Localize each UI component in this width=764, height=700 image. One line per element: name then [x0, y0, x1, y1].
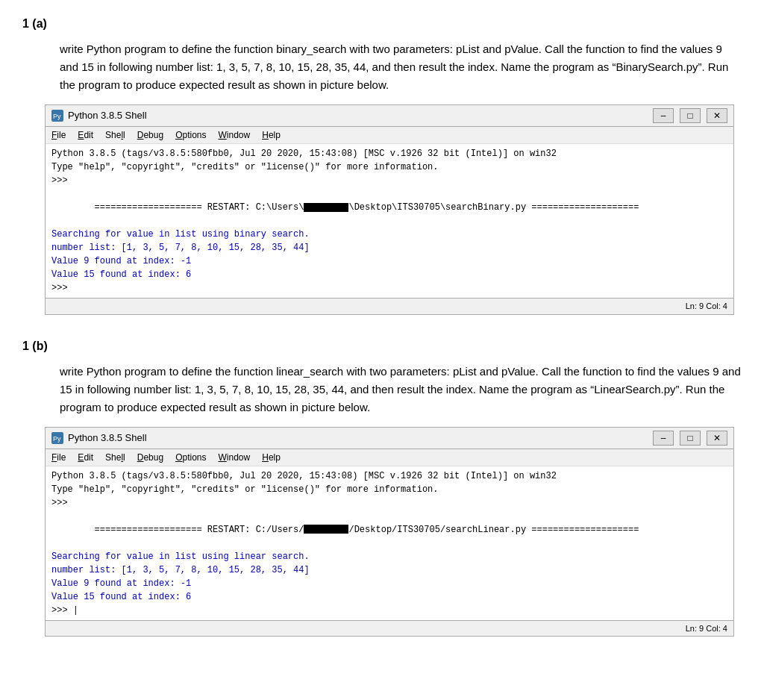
- shell-window-1a: Py Python 3.8.5 Shell – □ ✕ File Edit Sh…: [45, 104, 734, 315]
- menu-help-1a[interactable]: Help: [262, 128, 281, 142]
- menu-file-1b[interactable]: File: [51, 451, 66, 464]
- output-line-1a-0: Searching for value in list using binary…: [51, 228, 727, 241]
- shell-controls-1b[interactable]: – □ ✕: [653, 431, 727, 446]
- prompt2-1a: >>>: [51, 281, 727, 295]
- menu-debug-1b[interactable]: Debug: [137, 451, 163, 464]
- menu-edit-1b[interactable]: Edit: [78, 451, 93, 464]
- section-1a-heading: 1 (a): [22, 15, 742, 33]
- svg-text:Py: Py: [53, 435, 61, 443]
- restart-line-1b: ==================== RESTART: C:/Users//…: [51, 510, 727, 550]
- menu-shell-1a[interactable]: Shell: [105, 128, 125, 142]
- menu-window-1b[interactable]: Window: [219, 451, 251, 464]
- output-line-1b-0: Searching for value in list using linear…: [51, 550, 727, 563]
- output-line-1b-3: Value 15 found at index: 6: [51, 590, 727, 604]
- shell-controls-1a[interactable]: – □ ✕: [653, 108, 727, 123]
- menu-options-1a[interactable]: Options: [175, 128, 206, 142]
- section-1b-question: write Python program to define the funct…: [60, 363, 742, 416]
- shell-menubar-1b: File Edit Shell Debug Options Window Hel…: [46, 449, 733, 466]
- svg-text:Py: Py: [53, 113, 61, 120]
- type-info-line-1b: Type "help", "copyright", "credits" or "…: [51, 483, 727, 496]
- menu-file-1a[interactable]: File: [51, 128, 66, 142]
- prompt1-1b: >>>: [51, 496, 727, 510]
- python-icon-1a: Py: [51, 110, 63, 122]
- python-info-line-1a: Python 3.8.5 (tags/v3.8.5:580fbb0, Jul 2…: [51, 147, 727, 160]
- close-button-1a[interactable]: ✕: [707, 108, 727, 123]
- menu-options-1b[interactable]: Options: [175, 451, 206, 464]
- close-button-1b[interactable]: ✕: [707, 431, 727, 446]
- output-line-1b-2: Value 9 found at index: -1: [51, 577, 727, 590]
- prompt1-1a: >>>: [51, 174, 727, 187]
- shell-window-1b: Py Python 3.8.5 Shell – □ ✕ File Edit Sh…: [45, 427, 734, 637]
- redacted-1b: [304, 525, 348, 534]
- shell-statusbar-1b: Ln: 9 Col: 4: [46, 620, 733, 637]
- menu-window-1a[interactable]: Window: [219, 128, 251, 142]
- output-line-1b-1: number list: [1, 3, 5, 7, 8, 10, 15, 28,…: [51, 563, 727, 577]
- maximize-button-1a[interactable]: □: [680, 108, 701, 123]
- shell-titlebar-1b: Py Python 3.8.5 Shell – □ ✕: [46, 428, 733, 449]
- section-1b-heading: 1 (b): [22, 337, 742, 355]
- minimize-button-1b[interactable]: –: [653, 431, 674, 446]
- shell-title-left-1a: Py Python 3.8.5 Shell: [51, 108, 147, 123]
- menu-shell-1b[interactable]: Shell: [105, 451, 125, 464]
- prompt2-1b: >>> |: [51, 604, 727, 617]
- shell-menubar-1a: File Edit Shell Debug Options Window Hel…: [46, 127, 733, 144]
- shell-title-text-1b: Python 3.8.5 Shell: [68, 431, 147, 446]
- shell-body-1b: Python 3.8.5 (tags/v3.8.5:580fbb0, Jul 2…: [46, 466, 733, 620]
- shell-body-1a: Python 3.8.5 (tags/v3.8.5:580fbb0, Jul 2…: [46, 144, 733, 298]
- minimize-button-1a[interactable]: –: [653, 108, 674, 123]
- type-info-line-1a: Type "help", "copyright", "credits" or "…: [51, 160, 727, 174]
- menu-debug-1a[interactable]: Debug: [137, 128, 163, 142]
- output-line-1a-1: number list: [1, 3, 5, 7, 8, 10, 15, 28,…: [51, 241, 727, 254]
- section-1a: 1 (a) write Python program to define the…: [22, 15, 742, 315]
- redacted-1a: [304, 203, 348, 212]
- restart-line-1a: ==================== RESTART: C:\Users\\…: [51, 187, 727, 228]
- section-1a-question: write Python program to define the funct…: [60, 40, 742, 94]
- python-info-line-1b: Python 3.8.5 (tags/v3.8.5:580fbb0, Jul 2…: [51, 469, 727, 483]
- shell-title-left-1b: Py Python 3.8.5 Shell: [51, 431, 147, 446]
- menu-edit-1a[interactable]: Edit: [78, 128, 93, 142]
- shell-titlebar-1a: Py Python 3.8.5 Shell – □ ✕: [46, 105, 733, 127]
- output-line-1a-3: Value 15 found at index: 6: [51, 268, 727, 281]
- menu-help-1b[interactable]: Help: [262, 451, 281, 464]
- section-1b: 1 (b) write Python program to define the…: [22, 337, 742, 637]
- output-line-1a-2: Value 9 found at index: -1: [51, 254, 727, 268]
- shell-title-text-1a: Python 3.8.5 Shell: [68, 108, 147, 123]
- shell-statusbar-1a: Ln: 9 Col: 4: [46, 298, 733, 314]
- maximize-button-1b[interactable]: □: [680, 431, 701, 446]
- python-icon-1b: Py: [51, 432, 63, 444]
